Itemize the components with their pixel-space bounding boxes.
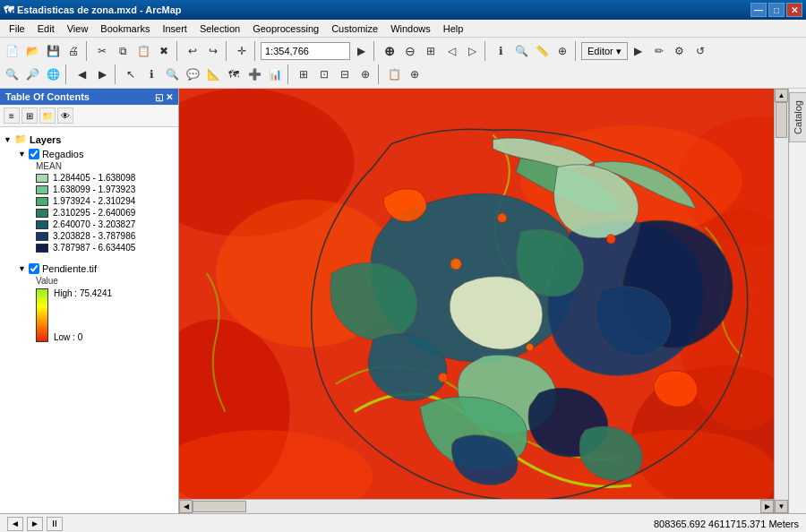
svg-point-12 xyxy=(606,235,615,244)
legend-box-6 xyxy=(36,244,48,253)
toc-header: Table Of Contents ◱ ✕ xyxy=(0,89,178,105)
menu-selection[interactable]: Selection xyxy=(194,21,245,36)
zoom-prev[interactable]: ◁ xyxy=(442,41,461,61)
legend-row-3: 2.310295 - 2.640069 xyxy=(29,207,178,219)
toc-by-visibility[interactable]: 👁 xyxy=(57,107,73,124)
toc-by-source[interactable]: 📁 xyxy=(39,107,56,124)
map-btn[interactable]: 🗺 xyxy=(224,64,244,84)
paste-button[interactable]: 📋 xyxy=(133,41,153,61)
map-area[interactable]: ▲ ▼ ◀ ▶ xyxy=(179,89,788,513)
full-extent[interactable]: ⊞ xyxy=(421,41,441,61)
toggle4[interactable]: ⊕ xyxy=(356,64,375,84)
attr-btn[interactable]: 📋 xyxy=(384,64,404,84)
scroll-right-button[interactable]: ▶ xyxy=(760,500,774,513)
toc-list-view[interactable]: ≡ xyxy=(4,107,20,124)
add-data-btn[interactable]: ➕ xyxy=(244,64,264,84)
menu-geoprocessing[interactable]: Geoprocessing xyxy=(247,21,324,36)
toc-pendiente-group: ▼ Pendiente.tif Value High : 75.4241 Low… xyxy=(0,261,178,344)
print-button[interactable]: 🖨 xyxy=(64,41,83,61)
layers-expand[interactable]: ▼ xyxy=(4,135,12,144)
delete-button[interactable]: ✖ xyxy=(154,41,174,61)
open-button[interactable]: 📂 xyxy=(22,41,42,61)
toc-layers-title: ▼ 📁 Layers xyxy=(0,133,178,146)
edit-tool[interactable]: ✏ xyxy=(649,41,669,61)
separator-10 xyxy=(287,64,291,84)
pendiente-checkbox[interactable] xyxy=(29,263,39,274)
scale-go[interactable]: ▶ xyxy=(351,41,371,61)
scroll-down-button[interactable]: ▼ xyxy=(775,500,788,513)
toggle1[interactable]: ⊞ xyxy=(294,64,313,84)
map-canvas[interactable]: ▲ ▼ ◀ ▶ xyxy=(179,89,788,513)
menu-help[interactable]: Help xyxy=(438,21,469,36)
zoom-out-btn[interactable]: ⊖ xyxy=(400,41,420,61)
move-left[interactable]: ◀ xyxy=(72,64,91,84)
toc-float-button[interactable]: ◱ xyxy=(155,92,163,102)
menu-customize[interactable]: Customize xyxy=(326,21,383,36)
close-button[interactable]: ✕ xyxy=(786,3,802,17)
menu-file[interactable]: File xyxy=(4,21,30,36)
copy-button[interactable]: ⧉ xyxy=(113,41,133,61)
separator-7 xyxy=(575,41,579,61)
pan-tool[interactable]: ✛ xyxy=(232,41,252,61)
find-btn[interactable]: 🔍 xyxy=(511,41,531,61)
scroll-thumb-horizontal[interactable] xyxy=(193,501,246,512)
pause-button[interactable]: ⏸ xyxy=(47,517,63,531)
goto-btn[interactable]: ⊕ xyxy=(553,41,572,61)
identify-btn2[interactable]: ℹ xyxy=(141,64,161,84)
play-btn[interactable]: ▶ xyxy=(629,41,648,61)
chart-btn[interactable]: 📊 xyxy=(265,64,285,84)
toggle2[interactable]: ⊡ xyxy=(314,64,334,84)
refresh-btn[interactable]: ↺ xyxy=(690,41,710,61)
regadios-expand[interactable]: ▼ xyxy=(18,150,26,159)
pendiente-expand[interactable]: ▼ xyxy=(18,264,26,273)
comment-btn[interactable]: 💬 xyxy=(183,64,202,84)
undo-button[interactable]: ↩ xyxy=(183,41,202,61)
editor-dropdown[interactable]: Editor ▾ xyxy=(581,42,628,60)
separator-2 xyxy=(176,41,180,61)
map-scrollbar-vertical[interactable]: ▲ ▼ xyxy=(774,89,788,513)
zoom-next[interactable]: ▷ xyxy=(462,41,482,61)
settings-btn[interactable]: ⚙ xyxy=(670,41,690,61)
legend-label-0: 1.284405 - 1.638098 xyxy=(53,173,135,183)
menu-insert[interactable]: Insert xyxy=(157,21,193,36)
scroll-left-button[interactable]: ◀ xyxy=(179,500,193,513)
toggle3[interactable]: ⊟ xyxy=(335,64,355,84)
menu-view[interactable]: View xyxy=(62,21,94,36)
move-right[interactable]: ▶ xyxy=(92,64,112,84)
find-btn2[interactable]: 🔍 xyxy=(162,64,182,84)
scale-input[interactable] xyxy=(261,42,350,60)
layer-btn[interactable]: ⊕ xyxy=(405,64,424,84)
select-btn[interactable]: ↖ xyxy=(121,64,141,84)
separator-8 xyxy=(65,64,69,84)
maximize-button[interactable]: □ xyxy=(768,3,785,17)
measure-btn[interactable]: 📏 xyxy=(532,41,552,61)
zoom-in-btn[interactable]: ⊕ xyxy=(380,41,399,61)
scroll-up-button[interactable]: ▲ xyxy=(775,89,788,102)
menu-windows[interactable]: Windows xyxy=(385,21,436,36)
regadios-checkbox[interactable] xyxy=(29,149,39,159)
identify-btn[interactable]: ℹ xyxy=(491,41,510,61)
save-button[interactable]: 💾 xyxy=(43,41,63,61)
search-btn[interactable]: 🔍 xyxy=(2,64,21,84)
scroll-thumb-vertical[interactable] xyxy=(776,102,787,138)
catalog-tab[interactable]: Catalog xyxy=(789,92,807,142)
legend-label-3: 2.310295 - 2.640069 xyxy=(53,208,135,218)
regadios-label: Regadios xyxy=(42,149,83,159)
high-label: High : 75.4241 xyxy=(54,288,112,298)
cut-button[interactable]: ✂ xyxy=(92,41,112,61)
minimize-button[interactable]: — xyxy=(750,3,767,17)
next-page-button[interactable]: ► xyxy=(27,517,43,531)
prev-page-button[interactable]: ◄ xyxy=(7,517,23,531)
toc-close-button[interactable]: ✕ xyxy=(166,92,173,102)
zoom-map-btn[interactable]: 🔎 xyxy=(22,64,42,84)
toolbar-area: 📄 📂 💾 🖨 ✂ ⧉ 📋 ✖ ↩ ↪ ✛ ▶ ⊕ ⊖ ⊞ ◁ ▷ ℹ 🔍 📏 … xyxy=(0,38,806,89)
menu-edit[interactable]: Edit xyxy=(32,21,60,36)
toc-by-drawing[interactable]: ⊞ xyxy=(21,107,38,124)
ruler-btn[interactable]: 📐 xyxy=(203,64,223,84)
map-scrollbar-horizontal[interactable]: ◀ ▶ xyxy=(179,499,774,513)
legend-box-4 xyxy=(36,220,48,229)
new-button[interactable]: 📄 xyxy=(2,41,21,61)
menu-bookmarks[interactable]: Bookmarks xyxy=(95,21,155,36)
globe-btn[interactable]: 🌐 xyxy=(43,64,63,84)
redo-button[interactable]: ↪ xyxy=(203,41,223,61)
